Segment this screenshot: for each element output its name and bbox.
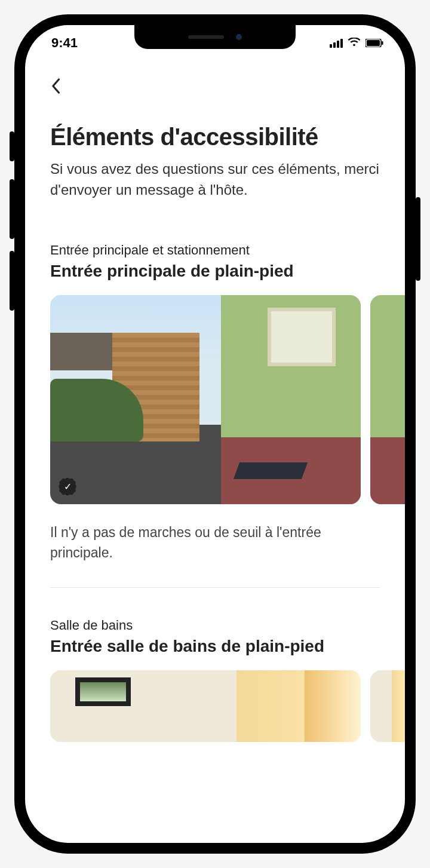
accessibility-photo[interactable] [50,670,361,742]
device-notch [134,25,296,49]
photo-carousel[interactable]: ✓ [50,295,405,504]
back-button[interactable] [50,79,61,98]
phone-frame: 9:41 Éléments d'accessibilité Si vous av… [14,14,416,854]
wifi-icon [348,35,361,51]
verified-badge-icon: ✓ [59,478,76,496]
section-title: Entrée principale de plain-pied [50,262,380,281]
page-title: Éléments d'accessibilité [50,124,380,151]
section-category: Entrée principale et stationnement [50,243,380,258]
accessibility-photo-next[interactable] [370,670,405,742]
section-caption: Il n'y a pas de marches ou de seuil à l'… [50,522,380,563]
photo-carousel[interactable] [50,670,405,742]
status-time: 9:41 [51,35,78,51]
svg-rect-1 [367,40,380,46]
screen: 9:41 Éléments d'accessibilité Si vous av… [25,25,405,843]
battery-icon [366,35,383,51]
page-subtitle: Si vous avez des questions sur ces éléme… [50,159,380,201]
svg-rect-2 [382,41,383,45]
section-title: Entrée salle de bains de plain-pied [50,637,380,656]
page-content[interactable]: Éléments d'accessibilité Si vous avez de… [25,61,405,843]
section-category: Salle de bains [50,618,380,633]
accessibility-photo-next[interactable] [370,295,405,504]
cellular-icon [330,39,343,48]
accessibility-photo[interactable]: ✓ [50,295,361,504]
section-divider [50,587,380,588]
